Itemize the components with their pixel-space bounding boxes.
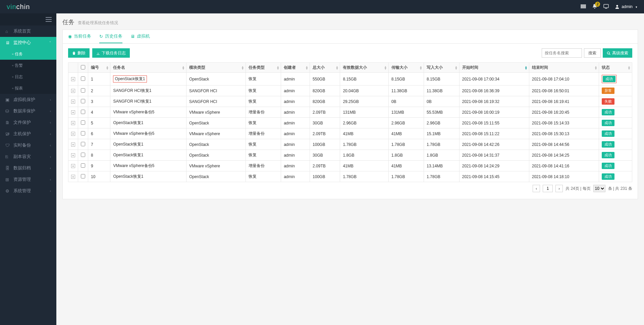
col-header[interactable]: 编号▲▼ xyxy=(88,63,110,73)
table-row: +7OpenStack恢复1OpenStack恢复admin100GB1.78G… xyxy=(68,139,632,150)
download-log-button[interactable]: 下载任务日志 xyxy=(92,48,130,58)
tab-1[interactable]: ↻历史任务 xyxy=(99,33,122,43)
task-name-link[interactable]: VMware vSphere备份5 xyxy=(113,110,154,114)
chevron-icon: ‹ xyxy=(50,189,51,193)
expand-icon[interactable]: + xyxy=(71,164,75,168)
sort-icon: ▲▼ xyxy=(525,66,528,70)
task-name-link[interactable]: OpenStack恢复1 xyxy=(113,174,143,179)
sidebar-sub-1-2[interactable]: ▫ 日志 xyxy=(0,71,56,83)
task-name-link[interactable]: VMware vSphere备份5 xyxy=(113,163,154,168)
col-header[interactable]: 模块类型▲▼ xyxy=(186,63,246,73)
task-name-link[interactable]: VMware vSphere备份5 xyxy=(113,131,154,136)
bell-icon[interactable]: 2 xyxy=(592,4,597,10)
task-name-link[interactable]: SANGFOR HCI恢复1 xyxy=(113,99,151,104)
expand-icon[interactable]: + xyxy=(71,153,75,157)
sidebar-item-3[interactable]: ⛁数据库保护‹ xyxy=(0,105,56,117)
table-row: +10OpenStack恢复1OpenStack恢复admin100GB1.78… xyxy=(68,171,632,182)
sidebar-item-0[interactable]: ⌂系统首页 xyxy=(0,25,56,37)
chevron-down-icon xyxy=(635,4,637,9)
monitor-icon[interactable] xyxy=(603,4,609,10)
search-button[interactable]: 搜索 xyxy=(584,48,601,58)
sidebar-item-7[interactable]: ⎘副本容灾‹ xyxy=(0,151,56,162)
sidebar-item-8[interactable]: 🗄数据归档‹ xyxy=(0,162,56,174)
row-checkbox[interactable] xyxy=(81,153,85,157)
col-header[interactable]: 总大小▲▼ xyxy=(310,63,340,73)
row-checkbox[interactable] xyxy=(81,174,85,178)
expand-icon[interactable]: + xyxy=(71,132,75,136)
main-content: 任务 查看处理系统任务情况 ◉当前任务↻历史任务🖥虚拟机 删除 下载任务日志 搜… xyxy=(56,13,644,325)
col-header[interactable]: 写入大小▲▼ xyxy=(424,63,459,73)
prev-page-button[interactable]: ‹ xyxy=(533,185,540,192)
advanced-search-button[interactable]: 高级搜索 xyxy=(603,48,632,58)
page-size-select[interactable]: 10 xyxy=(593,185,605,192)
nav-icon: ▣ xyxy=(5,97,10,102)
expand-icon[interactable]: + xyxy=(71,89,75,93)
search-input[interactable] xyxy=(542,48,582,58)
nav-icon: 🗎 xyxy=(5,120,10,125)
sort-icon: ▲▼ xyxy=(455,66,458,70)
col-header[interactable]: 传输大小▲▼ xyxy=(388,63,424,73)
sidebar-item-9[interactable]: ⊞资源管理‹ xyxy=(0,174,56,185)
sidebar-toggle[interactable] xyxy=(0,13,56,25)
col-header[interactable]: 有效数据大小▲▼ xyxy=(340,63,388,73)
svg-rect-2 xyxy=(581,7,586,8)
task-name-link[interactable]: OpenStack恢复1 xyxy=(113,142,143,147)
sidebar-sub-1-0[interactable]: ▫ 任务 xyxy=(0,48,56,60)
status-badge: 成功 xyxy=(602,163,614,169)
col-header[interactable]: 任务名▲▼ xyxy=(110,63,186,73)
row-checkbox[interactable] xyxy=(81,99,85,103)
sort-icon: ▲▼ xyxy=(305,66,308,70)
nav-icon: ⛁ xyxy=(5,109,10,113)
row-checkbox[interactable] xyxy=(81,163,85,168)
col-header[interactable]: 任务类型▲▼ xyxy=(246,63,281,73)
col-header[interactable]: 创建者▲▼ xyxy=(281,63,310,73)
col-header[interactable]: 状态▲▼ xyxy=(599,63,632,73)
sort-icon: ▲▼ xyxy=(276,66,279,70)
row-checkbox[interactable] xyxy=(81,120,85,125)
tab-2[interactable]: 🖥虚拟机 xyxy=(130,33,150,43)
expand-icon[interactable]: + xyxy=(71,143,75,147)
task-name-link[interactable]: OpenStack恢复1 xyxy=(113,153,143,157)
table-row: +2SANGFOR HCI恢复1SANGFOR HCI恢复admin820GB2… xyxy=(68,86,632,96)
chevron-icon: ‹ xyxy=(50,98,51,102)
expand-icon[interactable]: + xyxy=(71,77,75,81)
expand-icon[interactable]: + xyxy=(71,121,75,125)
sidebar-item-6[interactable]: 🛡实时备份‹ xyxy=(0,140,56,151)
next-page-button[interactable]: › xyxy=(555,185,563,192)
select-all-checkbox[interactable] xyxy=(81,65,85,69)
table-row: +6VMware vSphere备份5VMware vSphere增量备份adm… xyxy=(68,128,632,139)
expand-icon[interactable]: + xyxy=(71,100,75,104)
tab-0[interactable]: ◉当前任务 xyxy=(68,33,91,43)
row-checkbox[interactable] xyxy=(81,88,85,93)
sidebar-sub-1-3[interactable]: ▫ 报表 xyxy=(0,83,56,94)
expand-icon[interactable]: + xyxy=(71,175,75,179)
expand-icon[interactable]: + xyxy=(71,110,75,114)
row-checkbox[interactable] xyxy=(81,142,85,146)
page-input[interactable] xyxy=(543,185,553,192)
delete-button[interactable]: 删除 xyxy=(68,48,90,58)
sidebar-sub-1-1[interactable]: ▫ 告警 xyxy=(0,60,56,71)
col-header[interactable]: 结束时间▲▼ xyxy=(529,63,599,73)
table-row: +8OpenStack恢复1OpenStack恢复admin30GB1.8GB1… xyxy=(68,150,632,161)
sidebar-item-4[interactable]: 🗎文件保护‹ xyxy=(0,117,56,128)
task-name-link[interactable]: OpenStack恢复1 xyxy=(113,75,147,83)
sort-icon: ▲▼ xyxy=(106,66,109,70)
row-checkbox[interactable] xyxy=(81,76,85,81)
sidebar-item-5[interactable]: 🖳主机保护‹ xyxy=(0,128,56,140)
svg-rect-0 xyxy=(581,5,586,5)
status-badge: 成功 xyxy=(602,109,614,115)
task-name-link[interactable]: OpenStack恢复1 xyxy=(113,120,143,125)
sidebar-item-10[interactable]: ⚙系统管理‹ xyxy=(0,185,56,197)
task-name-link[interactable]: SANGFOR HCI恢复1 xyxy=(113,88,151,93)
pagination: ‹ › 共 24页 | 每页 10 条 | 共 231 条 xyxy=(68,182,632,194)
user-menu[interactable]: admin xyxy=(615,4,637,9)
tab-icon: ↻ xyxy=(99,34,103,39)
row-checkbox[interactable] xyxy=(81,110,85,114)
nav-icon: 🗄 xyxy=(5,166,10,170)
table-row: +5OpenStack恢复1OpenStack恢复admin30GB2.96GB… xyxy=(68,118,632,128)
row-checkbox[interactable] xyxy=(81,131,85,136)
col-header[interactable]: 开始时间▲▼ xyxy=(459,63,529,73)
sidebar-item-1[interactable]: 🖥监控中心˅ xyxy=(0,37,56,48)
sidebar-item-2[interactable]: ▣虚拟机保护‹ xyxy=(0,94,56,105)
grid-icon[interactable] xyxy=(581,4,586,10)
